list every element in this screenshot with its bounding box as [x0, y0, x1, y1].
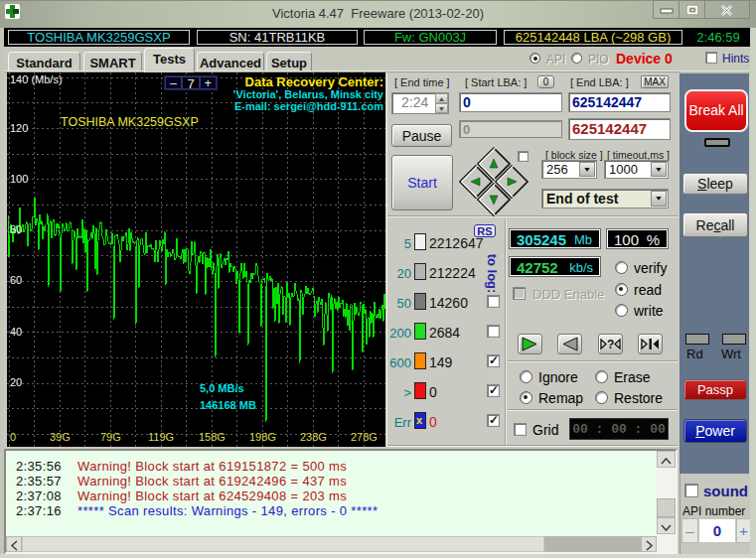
- svg-text:?: ?: [607, 338, 614, 351]
